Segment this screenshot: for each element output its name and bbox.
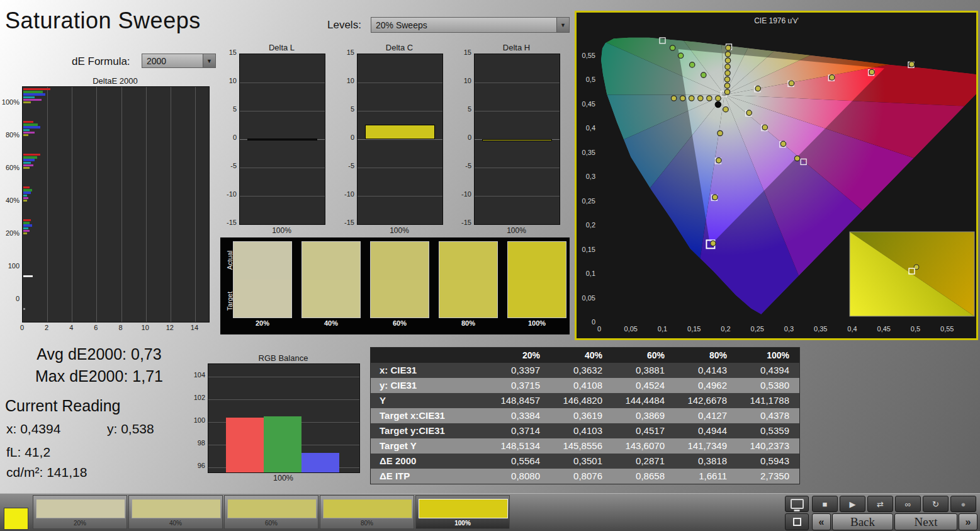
- next-button[interactable]: Next: [894, 513, 957, 530]
- measurement-point: [789, 81, 794, 86]
- deltae-bar: [23, 222, 30, 224]
- table-cell: ΔE ITP: [371, 469, 488, 484]
- next-chevron-button[interactable]: »: [959, 513, 977, 530]
- play-button[interactable]: ▶: [840, 496, 865, 512]
- deltae-bar: [23, 191, 31, 193]
- cie-y-tick: 0,2: [586, 221, 595, 229]
- pattern-swatch-button-80%[interactable]: 80%: [320, 495, 414, 529]
- back-chevron-button[interactable]: «: [812, 513, 831, 530]
- delta-y-axis-label: 0: [451, 134, 471, 141]
- pattern-swatch-button-40%[interactable]: 40%: [128, 495, 223, 529]
- table-cell: 0,4103: [550, 423, 612, 438]
- gridline: [475, 168, 560, 168]
- pattern-swatch-button-100%[interactable]: 100%: [415, 495, 510, 529]
- table-cell: 20%: [488, 348, 550, 363]
- deltae-bar: [23, 129, 30, 131]
- levels-dropdown[interactable]: 20% Sweeps ▼: [371, 17, 570, 33]
- next-button-label: Next: [915, 515, 938, 529]
- swatch-compare-box: [301, 241, 361, 318]
- table-cell: Target Y: [371, 438, 488, 454]
- delta-y-axis-label: 15: [451, 49, 471, 56]
- measurement-point: [671, 96, 676, 101]
- refresh-button[interactable]: ↻: [923, 496, 949, 512]
- deltae-bar: [23, 93, 45, 95]
- pattern-swatch-button-60%[interactable]: 60%: [224, 495, 318, 529]
- measurement-point: [762, 125, 767, 130]
- swatch-compare-label: 20%: [233, 319, 292, 327]
- table-cell: y: CIE31: [371, 378, 488, 393]
- table-cell: 0,8080: [488, 469, 550, 484]
- swatch-compare-label: 60%: [370, 319, 429, 327]
- delta-y-axis-label: 5: [451, 105, 471, 113]
- measurement-point-green: [678, 53, 683, 58]
- play-icon: ▶: [850, 500, 856, 509]
- delta-y-axis-label: -5: [451, 162, 471, 169]
- back-button[interactable]: Back: [832, 513, 893, 530]
- target-swatch: [234, 280, 291, 317]
- deltae-bar: [23, 308, 25, 310]
- gridline: [240, 196, 325, 197]
- deltae-bar: [23, 197, 28, 199]
- actual-swatch: [508, 242, 566, 280]
- display-button[interactable]: [785, 496, 809, 512]
- deltae-x-axis-label: 4: [62, 324, 81, 331]
- cie-x-tick: 0: [597, 325, 601, 333]
- measurement-point: [724, 77, 729, 82]
- deltae-bar: [23, 230, 30, 232]
- table-cell: 100%: [737, 348, 799, 363]
- deltae-y-axis-label: 0: [0, 295, 20, 302]
- cie-x-tick: 0,55: [940, 325, 954, 333]
- table-cell: 0,4378: [737, 408, 799, 423]
- rgb-x-label: 100%: [208, 474, 359, 482]
- table-cell: 0,3501: [550, 454, 612, 469]
- continuous-read-button[interactable]: ∞: [895, 496, 921, 512]
- cie-x-tick: 0,3: [784, 325, 794, 333]
- current-reading-point: [715, 101, 721, 108]
- measurement-point: [725, 64, 730, 69]
- table-row: ΔE 20000,55640,35010,28710,38180,5943: [371, 454, 799, 469]
- step-button[interactable]: ⇄: [867, 496, 893, 512]
- delta-y-axis-label: 5: [217, 105, 237, 113]
- gridline: [358, 168, 442, 168]
- cie-y-tick: 0,5: [586, 76, 595, 83]
- measurement-point: [794, 156, 799, 161]
- pattern-swatch-button-20%[interactable]: 20%: [33, 495, 127, 529]
- de-formula-dropdown[interactable]: 2000 ▼: [142, 54, 216, 68]
- measurement-point: [726, 45, 731, 50]
- measurement-point: [711, 241, 716, 246]
- measurement-point: [718, 130, 723, 135]
- table-cell: 0,3397: [488, 363, 550, 378]
- deltae-y-axis-label: 100: [0, 262, 20, 270]
- table-row: Target Y148,5134145,8556143,6070141,7349…: [371, 438, 799, 454]
- square-icon: [793, 518, 801, 526]
- cie-x-tick: 0,35: [814, 325, 827, 333]
- measurement-point: [712, 195, 718, 200]
- table-cell: 60%: [612, 348, 675, 363]
- measurement-point: [746, 110, 752, 115]
- target-swatch: [439, 280, 497, 317]
- delta-y-axis-label: 10: [217, 77, 237, 84]
- delta-bar: [482, 139, 552, 141]
- deltae-bar: [23, 167, 30, 169]
- pattern-window-button[interactable]: [785, 513, 809, 530]
- deltae-bar: [23, 227, 28, 229]
- stop-button[interactable]: ■: [812, 496, 838, 512]
- table-cell: 141,1788: [737, 393, 799, 408]
- rgb-bar-red: [226, 418, 264, 472]
- gridline: [475, 196, 560, 197]
- delta-chart-title: Delta L: [239, 43, 324, 52]
- gridline: [240, 83, 325, 83]
- table-cell: 140,2373: [737, 438, 799, 454]
- rgb-balance-chart: [208, 363, 360, 473]
- record-button[interactable]: ●: [950, 496, 976, 512]
- cie-chart-title: CIE 1976 u'v': [577, 16, 976, 25]
- measurement-point: [716, 157, 721, 163]
- deltae-bar: [23, 224, 32, 226]
- stop-icon: ■: [823, 500, 828, 509]
- delta-bar: [365, 125, 435, 139]
- actual-swatch: [439, 242, 497, 280]
- calman-saturation-sweeps-app: Saturation Sweeps dE Formula: 2000 ▼ Lev…: [0, 0, 980, 531]
- current-y-value: y: 0,538: [107, 421, 154, 437]
- gridline: [121, 87, 122, 322]
- table-cell: [371, 348, 488, 363]
